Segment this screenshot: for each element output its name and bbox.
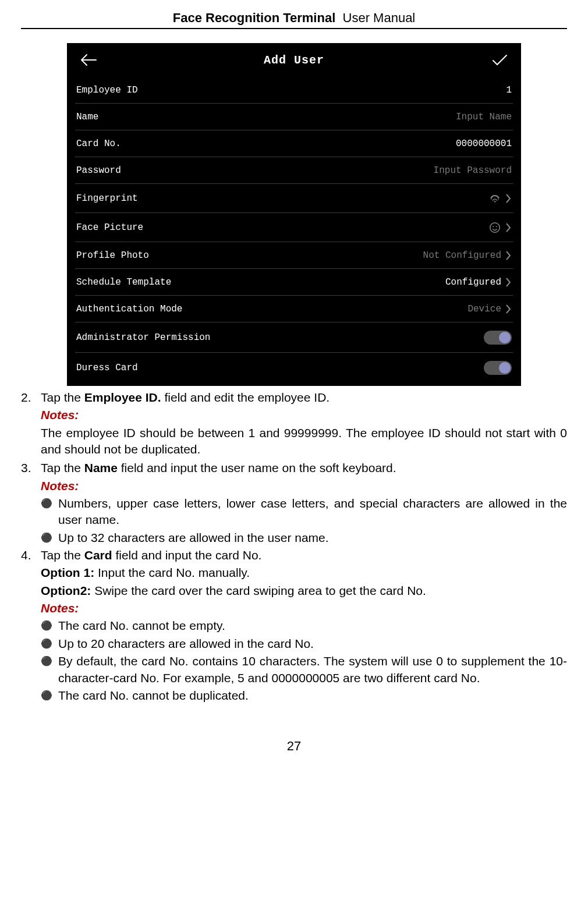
schedule-template-value: Configured (445, 277, 501, 288)
step-3-text-b: Name (84, 461, 118, 474)
face-icon (488, 221, 501, 234)
name-row[interactable]: Name Input Name (75, 104, 513, 130)
schedule-template-label: Schedule Template (76, 277, 171, 288)
duress-card-toggle[interactable] (484, 361, 512, 375)
fingerprint-row[interactable]: Fingerprint (75, 184, 513, 213)
step-3-bullet-2: ⚫ Up to 32 characters are allowed in the… (41, 530, 567, 546)
authentication-mode-label: Authentication Mode (76, 304, 182, 314)
authentication-mode-value: Device (467, 304, 501, 314)
step-2-text-c: field and edit the employee ID. (161, 391, 330, 404)
device-titlebar: Add User (67, 43, 521, 77)
step-4-option1-b: Option 1: (41, 566, 94, 579)
device-title: Add User (264, 54, 324, 67)
arrow-left-icon (80, 54, 97, 66)
card-no-label: Card No. (76, 139, 121, 149)
step-2-text-a: Tap the (41, 391, 84, 404)
password-field: Input Password (434, 165, 512, 176)
instruction-body: 2. Tap the Employee ID. field and edit t… (21, 389, 567, 704)
bullet-icon: ⚫ (41, 636, 58, 652)
notes-label: Notes: (41, 478, 567, 494)
step-4-text-c: field and input the card No. (112, 548, 262, 562)
password-label: Password (76, 165, 121, 176)
name-label: Name (76, 112, 98, 122)
face-picture-label: Face Picture (76, 222, 143, 233)
step-4-text-b: Card (84, 548, 112, 562)
profile-photo-label: Profile Photo (76, 250, 149, 261)
step-4-bullet-4-text: The card No. cannot be duplicated. (58, 687, 567, 704)
profile-photo-value: Not Configured (423, 250, 501, 261)
step-3-bullet-2-text: Up to 32 characters are allowed in the u… (58, 530, 567, 546)
bullet-icon: ⚫ (41, 618, 58, 634)
administrator-permission-toggle[interactable] (484, 331, 512, 345)
chevron-right-icon (505, 250, 512, 261)
step-4: 4. Tap the Card field and input the card… (21, 547, 567, 704)
step-2-text-b: Employee ID. (84, 391, 161, 404)
step-3-bullet-1: ⚫ Numbers, upper case letters, lower cas… (41, 495, 567, 529)
device-screenshot: Add User Employee ID 1 Name Input Name C… (67, 43, 521, 386)
administrator-permission-label: Administrator Permission (76, 332, 210, 343)
name-field: Input Name (456, 112, 512, 122)
notes-label: Notes: (41, 407, 567, 423)
card-no-value: 0000000001 (456, 139, 512, 149)
step-3-text-a: Tap the (41, 461, 84, 474)
card-no-row[interactable]: Card No. 0000000001 (75, 130, 513, 157)
step-4-text-a: Tap the (41, 548, 84, 562)
chevron-right-icon (505, 193, 512, 204)
step-4-bullet-1: ⚫ The card No. cannot be empty. (41, 618, 567, 634)
employee-id-value: 1 (506, 85, 512, 95)
duress-card-label: Duress Card (76, 363, 138, 373)
chevron-right-icon (505, 277, 512, 288)
notes-label: Notes: (41, 600, 567, 616)
svg-point-0 (490, 223, 500, 233)
chevron-right-icon (505, 222, 512, 233)
bullet-icon: ⚫ (41, 530, 58, 546)
step-4-bullet-4: ⚫ The card No. cannot be duplicated. (41, 687, 567, 704)
svg-point-2 (496, 226, 497, 227)
step-2-note: The employee ID should be between 1 and … (41, 425, 567, 458)
step-4-bullet-1-text: The card No. cannot be empty. (58, 618, 567, 634)
step-4-number: 4. (21, 547, 41, 704)
step-3-text-c: field and input the user name on the sof… (118, 461, 396, 474)
fingerprint-icon (488, 192, 501, 205)
step-4-bullet-3: ⚫ By default, the card No. contains 10 c… (41, 653, 567, 686)
bullet-icon: ⚫ (41, 495, 58, 529)
step-3: 3. Tap the Name field and input the user… (21, 460, 567, 546)
step-2: 2. Tap the Employee ID. field and edit t… (21, 389, 567, 459)
step-4-option2-t: Swipe the card over the card swiping are… (91, 584, 426, 597)
header-title-thin-text: User Manual (343, 10, 416, 25)
bullet-icon: ⚫ (41, 687, 58, 704)
face-picture-row[interactable]: Face Picture (75, 213, 513, 242)
schedule-template-row[interactable]: Schedule Template Configured (75, 269, 513, 296)
step-4-bullet-2-text: Up to 20 characters are allowed in the c… (58, 636, 567, 652)
step-4-bullet-3-text: By default, the card No. contains 10 cha… (58, 653, 567, 686)
step-2-number: 2. (21, 389, 41, 459)
step-3-number: 3. (21, 460, 41, 546)
svg-point-1 (493, 226, 494, 227)
check-icon (491, 54, 508, 66)
fingerprint-label: Fingerprint (76, 193, 138, 204)
password-row[interactable]: Password Input Password (75, 157, 513, 184)
header-title-bold: Face Recognition Terminal (173, 10, 336, 25)
confirm-button[interactable] (483, 43, 516, 77)
administrator-permission-row: Administrator Permission (75, 322, 513, 353)
authentication-mode-row[interactable]: Authentication Mode Device (75, 296, 513, 322)
step-3-bullet-1-text: Numbers, upper case letters, lower case … (58, 495, 567, 529)
employee-id-label: Employee ID (76, 85, 138, 95)
step-4-bullet-2: ⚫ Up to 20 characters are allowed in the… (41, 636, 567, 652)
step-4-option2-b: Option2: (41, 584, 91, 597)
profile-photo-row[interactable]: Profile Photo Not Configured (75, 242, 513, 269)
page-header: Face Recognition Terminal User Manual (21, 10, 567, 29)
step-4-option1-t: Input the card No. manually. (94, 566, 250, 579)
page-number: 27 (21, 739, 567, 754)
device-form: Employee ID 1 Name Input Name Card No. 0… (67, 77, 521, 386)
back-button[interactable] (72, 43, 105, 77)
employee-id-row[interactable]: Employee ID 1 (75, 77, 513, 104)
bullet-icon: ⚫ (41, 653, 58, 686)
duress-card-row: Duress Card (75, 353, 513, 382)
chevron-right-icon (505, 304, 512, 314)
